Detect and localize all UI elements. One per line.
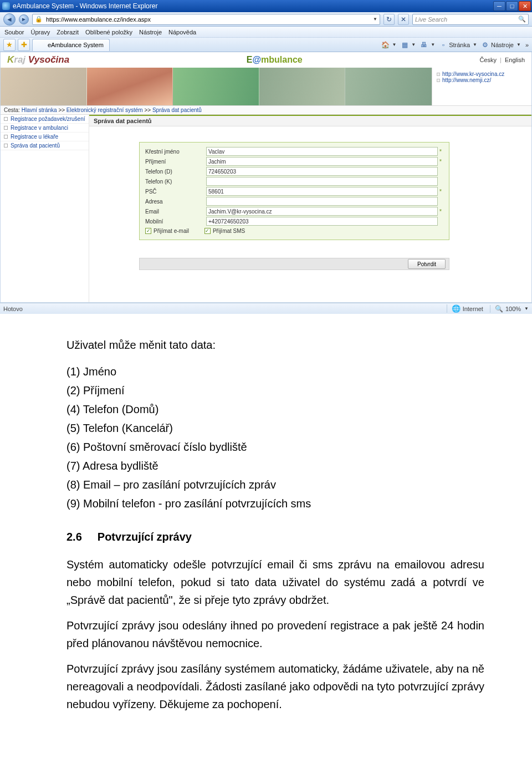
section-header: 2.6 Potvrzující zprávy xyxy=(66,528,484,546)
print-button[interactable]: 🖶▼ xyxy=(420,41,435,49)
input-address[interactable] xyxy=(206,197,438,206)
crumb-current[interactable]: Správa dat pacientů xyxy=(152,107,202,113)
browser-search[interactable]: Live Search 🔍 xyxy=(412,14,529,25)
doc-item-9: (9) Mobilní telefon - pro zasílání potvr… xyxy=(66,495,484,512)
menu-help[interactable]: Nápověda xyxy=(168,29,196,35)
doc-p3: Potvrzující zprávy jsou zasílány systéme… xyxy=(66,660,484,713)
refresh-button[interactable]: ↻ xyxy=(383,14,395,25)
input-lastname[interactable] xyxy=(206,157,438,166)
checkbox-receive-sms[interactable]: ✓Přijímat SMS xyxy=(204,228,245,234)
crumb-home[interactable]: Hlavní stránka xyxy=(22,107,57,113)
app-header: Kraj Vysočina E@mbulance Česky | English xyxy=(1,52,531,68)
ext-link-2[interactable]: http://www.nemji.cz/ xyxy=(437,77,527,83)
globe-icon: 🌐 xyxy=(452,304,461,313)
submit-button[interactable]: Potvrdit xyxy=(408,259,446,269)
doc-item-7: (7) Adresa bydliště xyxy=(66,457,484,475)
label-address: Adresa xyxy=(145,199,206,205)
security-zone: 🌐Internet xyxy=(447,304,483,313)
search-icon[interactable]: 🔍 xyxy=(518,16,526,23)
sidebar-item-registrace-ambulanci[interactable]: Registrace v ambulanci xyxy=(1,124,89,133)
app-logo: E@mbulance xyxy=(247,55,303,65)
language-selector: Česky | English xyxy=(479,57,525,63)
input-firstname[interactable] xyxy=(206,147,438,156)
tab-toolbar: ★ ✚ eAmbulance System 🏠▼ ▦▼ 🖶▼ ▫Stránka▼… xyxy=(0,38,532,52)
main-content: Správa dat pacientů Křestní jméno* Příjm… xyxy=(89,115,531,302)
overflow-button[interactable]: » xyxy=(525,42,529,48)
close-button[interactable]: ✕ xyxy=(519,1,531,11)
doc-item-1: (1) Jméno xyxy=(66,363,484,380)
page-icon: ▫ xyxy=(439,41,447,49)
input-phone-home[interactable] xyxy=(206,167,438,176)
doc-p2: Potvrzující zprávy jsou odeslány ihned p… xyxy=(66,617,484,652)
lang-cs-link[interactable]: Česky xyxy=(479,57,497,63)
minimize-button[interactable]: ─ xyxy=(493,1,505,11)
tools-menu[interactable]: ⚙Nástroje▼ xyxy=(482,41,521,49)
ie-app-icon xyxy=(2,2,10,10)
zoom-icon: 🔍 xyxy=(495,305,503,313)
label-firstname: Křestní jméno xyxy=(145,149,206,155)
banner-image xyxy=(1,68,432,105)
region-logo: Kraj Vysočina xyxy=(7,54,69,65)
nav-toolbar: ◄ ► 🔒 ▼ ↻ ✕ Live Search 🔍 xyxy=(0,12,532,27)
menu-file[interactable]: Soubor xyxy=(4,29,24,35)
section-number: 2.6 xyxy=(66,528,82,546)
url-dropdown-icon[interactable]: ▼ xyxy=(373,17,377,22)
page-content: Kraj Vysočina E@mbulance Česky | English… xyxy=(0,52,532,303)
tab-label: eAmbulance System xyxy=(48,42,104,48)
sidebar-item-registrace-pozadavek[interactable]: Registrace požadavek/zrušení xyxy=(1,115,89,124)
sidebar-item-registrace-lekare[interactable]: Registrace u lékaře xyxy=(1,133,89,141)
home-icon: 🏠 xyxy=(381,41,389,49)
patient-form: Křestní jméno* Příjmení* Telefon (D) Tel… xyxy=(139,142,449,240)
add-fav-button[interactable]: ✚ xyxy=(18,39,30,51)
address-bar[interactable]: 🔒 ▼ xyxy=(32,14,380,25)
input-mobile[interactable] xyxy=(206,217,438,226)
label-mobile: Mobilní xyxy=(145,218,206,225)
lang-en-link[interactable]: English xyxy=(505,57,525,63)
stop-button[interactable]: ✕ xyxy=(398,14,409,25)
label-phone-home: Telefon (D) xyxy=(145,169,206,175)
favorites-button[interactable]: ★ xyxy=(3,39,16,51)
window-titlebar: eAmbulance System - Windows Internet Exp… xyxy=(0,0,532,12)
doc-item-2: (2) Příjmení xyxy=(66,382,484,399)
back-button[interactable]: ◄ xyxy=(3,13,16,26)
print-icon: 🖶 xyxy=(420,41,428,49)
banner-links: http://www.kr-vysocina.cz http://www.nem… xyxy=(432,68,531,105)
url-input[interactable] xyxy=(45,16,370,23)
input-zip[interactable] xyxy=(206,187,438,196)
feeds-button[interactable]: ▦▼ xyxy=(401,41,416,49)
doc-item-4: (4) Telefon (Domů) xyxy=(66,400,484,418)
menu-favorites[interactable]: Oblíbené položky xyxy=(85,29,132,35)
tab-favicon xyxy=(38,42,45,48)
sidebar: Registrace požadavek/zrušení Registrace … xyxy=(1,115,89,302)
doc-p1: Systém automaticky odešle potvrzující em… xyxy=(66,556,484,609)
search-placeholder: Live Search xyxy=(415,16,447,23)
zoom-control[interactable]: 🔍100%▼ xyxy=(490,305,529,313)
checkbox-receive-email[interactable]: ✓Přijímat e-mail xyxy=(145,228,189,234)
forward-button[interactable]: ► xyxy=(19,14,29,24)
ext-link-1[interactable]: http://www.kr-vysocina.cz xyxy=(437,71,527,77)
crumb-system[interactable]: Elektronický registrační systém xyxy=(66,107,143,113)
active-tab[interactable]: eAmbulance System xyxy=(32,39,110,51)
maximize-button[interactable]: □ xyxy=(506,1,518,11)
gear-icon: ⚙ xyxy=(482,41,489,49)
form-action-bar: Potvrdit xyxy=(139,258,449,270)
sidebar-item-sprava-pacientu[interactable]: Správa dat pacientů xyxy=(1,141,89,150)
menu-view[interactable]: Zobrazit xyxy=(57,29,79,35)
page-menu[interactable]: ▫Stránka▼ xyxy=(439,41,477,49)
input-phone-office[interactable] xyxy=(206,177,438,186)
feeds-icon: ▦ xyxy=(401,41,408,49)
menu-tools[interactable]: Nástroje xyxy=(139,29,162,35)
doc-item-6: (6) Poštovní směrovací číslo bydliště xyxy=(66,438,484,456)
doc-intro: Uživatel může měnit tato data: xyxy=(66,336,484,354)
lock-icon: 🔒 xyxy=(35,16,43,23)
status-bar: Hotovo 🌐Internet 🔍100%▼ xyxy=(0,303,532,314)
menu-bar: Soubor Úpravy Zobrazit Oblíbené položky … xyxy=(0,27,532,38)
label-phone-office: Telefon (K) xyxy=(145,179,206,185)
home-button[interactable]: 🏠▼ xyxy=(381,41,396,49)
label-email: Email xyxy=(145,208,206,215)
window-title: eAmbulance System - Windows Internet Exp… xyxy=(13,2,157,10)
menu-edit[interactable]: Úpravy xyxy=(30,29,50,35)
input-email[interactable] xyxy=(206,207,438,216)
label-zip: PSČ xyxy=(145,189,206,195)
section-title: Potvrzující zprávy xyxy=(98,528,192,546)
